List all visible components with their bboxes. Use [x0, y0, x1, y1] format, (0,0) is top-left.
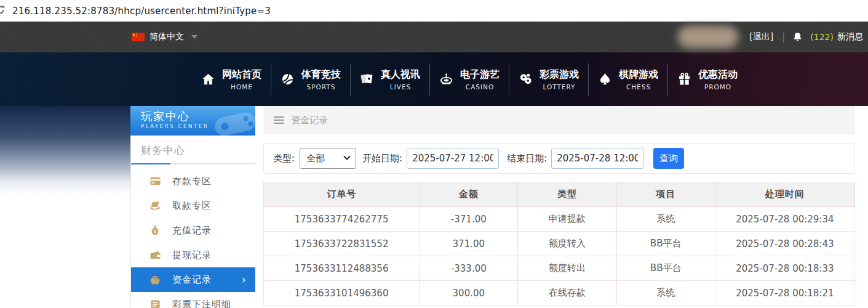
hamburger-icon[interactable]: [274, 116, 284, 124]
sidebar: 玩家中心 PLAYERS CENTER 财务中心: [130, 106, 255, 308]
type-select-value: 全部: [306, 153, 325, 164]
end-date-label: 结束日期:: [507, 153, 547, 164]
time: 2025-07-28 00:18:33: [715, 256, 854, 281]
order-no: 1753633722831552: [264, 232, 420, 256]
china-flag-icon: [132, 33, 145, 41]
project: 系统: [616, 207, 715, 232]
deposit-card-icon: [149, 177, 161, 186]
sidebar-item-withdrawal-records[interactable]: 提现记录 ›: [131, 243, 255, 267]
main-navbar: 网站首页 HOME 体育竞技 SPORTS 真人视讯 LI: [0, 52, 868, 106]
amount: -371.00: [420, 207, 518, 232]
url-text: 216.118.235.52:8783/hhcp/usercenter.html…: [12, 6, 271, 17]
message-count[interactable]: (122): [810, 32, 834, 42]
select-chevron-icon: [343, 153, 350, 160]
page-title: 资金记录: [291, 115, 328, 126]
money-bag-icon: [149, 225, 161, 235]
type-label: 类型:: [273, 153, 295, 164]
breadcrumb: 资金记录: [263, 106, 855, 134]
gift-icon: [677, 72, 691, 86]
sidebar-item-recharge-records[interactable]: 充值记录 ›: [131, 218, 255, 243]
bell-icon[interactable]: [792, 31, 803, 43]
lottery-balls-icon: [519, 72, 533, 86]
project: BB平台: [616, 232, 715, 256]
amount: -333.00: [420, 256, 518, 281]
sports-ball-icon: [281, 72, 295, 86]
col-type: 类型: [518, 182, 616, 207]
wallet-icon: [149, 251, 161, 259]
time: 2025-07-28 00:29:34: [715, 207, 854, 232]
username-redacted: [678, 26, 738, 48]
table-header-row: 订单号 金额 类型 项目 处理时间: [264, 182, 855, 207]
nav-item-chess[interactable]: 棋牌游戏 CHESS: [589, 68, 667, 91]
sidebar-item-deposit-zone[interactable]: 存款专区 ›: [131, 169, 255, 193]
sidebar-header: 玩家中心 PLAYERS CENTER: [130, 106, 255, 136]
time: 2025-07-28 00:28:43: [715, 232, 854, 256]
list-icon: [149, 300, 161, 308]
reload-icon: [0, 4, 6, 15]
table-row: 1753633774262775 -371.00 申请提款 系统 2025-07…: [264, 207, 855, 232]
col-time: 处理时间: [715, 182, 854, 207]
new-messages-link[interactable]: 新消息: [837, 31, 863, 43]
start-date-input[interactable]: [407, 148, 499, 169]
project: 系统: [616, 281, 715, 306]
order-no: 1753633101496360: [264, 281, 420, 306]
chevron-down-icon: [191, 35, 197, 39]
roulette-icon: [439, 72, 453, 86]
chevron-right-icon: ›: [242, 274, 246, 285]
col-project: 项目: [616, 182, 715, 207]
spade-icon: [598, 72, 612, 86]
type-select[interactable]: 全部: [300, 148, 356, 169]
table-row: 1753633101496360 300.00 在线存款 系统 2025-07-…: [264, 281, 855, 306]
piggy-bank-icon: [149, 275, 161, 285]
type: 申请提款: [518, 207, 616, 232]
type: 额度转入: [518, 232, 616, 256]
amount: 300.00: [420, 281, 518, 306]
sidebar-section-title: 财务中心: [131, 136, 255, 163]
time: 2025-07-28 00:18:21: [715, 281, 854, 306]
query-button[interactable]: 查询: [653, 148, 684, 169]
banner-gradient-strip: [0, 106, 130, 195]
sidebar-item-lottery-bet-details[interactable]: 彩票下注明细 ›: [131, 292, 255, 308]
table-row: 1753633722831552 371.00 额度转入 BB平台 2025-0…: [264, 232, 855, 256]
nav-item-lottery[interactable]: 彩票游戏 LOTTERY: [509, 68, 588, 91]
end-date-input[interactable]: [551, 148, 643, 169]
logout-link[interactable]: [退出]: [749, 31, 773, 43]
home-icon: [201, 72, 215, 86]
top-utility-bar: 简体中文 [退出] | (122) 新消息: [0, 22, 868, 52]
sidebar-item-fund-records[interactable]: 资金记录 ›: [131, 267, 255, 292]
main-panel: 资金记录 类型: 全部 开始日期: 结束日期: 查询 订单号 金额: [263, 106, 855, 308]
nav-item-sports[interactable]: 体育竞技 SPORTS: [271, 68, 350, 91]
gamepad-icon: [209, 106, 255, 136]
filter-bar: 类型: 全部 开始日期: 结束日期: 查询: [263, 143, 855, 174]
nav-item-lives[interactable]: 真人视讯 LIVES: [351, 68, 429, 91]
col-order-no: 订单号: [264, 182, 420, 207]
fund-records-table: 订单号 金额 类型 项目 处理时间 1753633774262775 -371.…: [263, 182, 855, 306]
user-area: [退出] | (122) 新消息: [678, 26, 863, 48]
separator: |: [782, 31, 785, 43]
order-no: 1753633112488356: [264, 256, 420, 281]
order-no: 1753633774262775: [264, 207, 420, 232]
project: BB平台: [616, 256, 715, 281]
sidebar-item-withdraw-zone[interactable]: 取款专区 ›: [131, 193, 255, 218]
nav-item-casino[interactable]: 电子游艺 CASINO: [430, 68, 509, 91]
cards-icon: [360, 72, 374, 86]
language-selector[interactable]: 简体中文: [132, 31, 197, 43]
table-row: 1753633112488356 -333.00 额度转出 BB平台 2025-…: [264, 256, 855, 281]
nav-item-home[interactable]: 网站首页 HOME: [192, 68, 271, 91]
withdraw-hand-icon: [149, 201, 161, 211]
browser-address-bar[interactable]: 216.118.235.52:8783/hhcp/usercenter.html…: [0, 0, 868, 22]
nav-item-promo[interactable]: 优惠活动 PROMO: [668, 68, 747, 91]
type: 额度转出: [518, 256, 616, 281]
type: 在线存款: [518, 281, 616, 306]
start-date-label: 开始日期:: [362, 153, 402, 164]
col-amount: 金额: [420, 182, 518, 207]
language-label: 简体中文: [149, 31, 184, 43]
amount: 371.00: [420, 232, 518, 256]
